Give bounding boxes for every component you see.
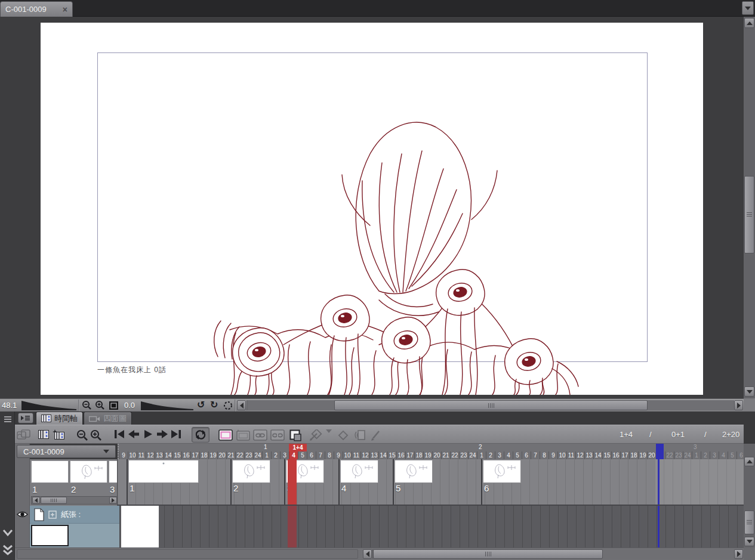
loop-playback-button[interactable] xyxy=(192,427,209,443)
grip-icon xyxy=(485,552,491,556)
eye-icon[interactable] xyxy=(17,511,28,518)
timeline-vscrollbar[interactable] xyxy=(744,444,755,547)
cel-track[interactable]: 123456 xyxy=(118,459,744,506)
vscroll-thumb[interactable] xyxy=(744,511,754,534)
playhead-column[interactable] xyxy=(288,506,297,547)
cel-bank-scrollbar[interactable] xyxy=(31,496,118,505)
panel-menu-icon[interactable] xyxy=(4,416,12,423)
ruler-frame-cell: 7 xyxy=(316,451,325,459)
ruler-frame-cell: 17 xyxy=(405,451,414,459)
cel-block[interactable]: 1 xyxy=(127,459,230,505)
tab-timeline[interactable]: 時間軸 xyxy=(36,412,83,425)
grip-icon xyxy=(51,499,57,502)
pencil-icon[interactable] xyxy=(369,429,381,441)
ruler-frame-cell: 1 xyxy=(477,451,486,459)
scroll-layers-down-icon[interactable] xyxy=(2,528,14,537)
key-diamond-icon[interactable] xyxy=(337,429,349,441)
cel-block[interactable]: 6 xyxy=(481,459,655,505)
timeline-layout-icon[interactable] xyxy=(38,429,50,440)
timeline-hscroll-thumb[interactable] xyxy=(373,549,603,559)
ruler-frame-cell: 10 xyxy=(128,451,137,459)
panel-options-button[interactable] xyxy=(18,413,33,423)
paper-layer-header[interactable]: 紙張 : xyxy=(30,506,119,524)
new-cel-special-icon[interactable] xyxy=(236,429,250,441)
zoom-out-icon[interactable] xyxy=(81,400,93,411)
cel-bank-thumbnail[interactable] xyxy=(70,460,107,483)
arrow-right-icon xyxy=(112,498,115,503)
cel-thumbnail[interactable] xyxy=(395,460,433,483)
play-icon[interactable] xyxy=(143,429,153,439)
scroll-left-button[interactable] xyxy=(237,400,246,410)
go-first-frame-icon[interactable] xyxy=(114,429,125,439)
ruler-frame-cell: 21 xyxy=(226,451,235,459)
playhead-column[interactable] xyxy=(288,459,297,505)
scroll-right-button[interactable] xyxy=(734,400,743,410)
cel-bank-thumbnail[interactable] xyxy=(109,460,118,483)
next-frame-icon[interactable] xyxy=(156,429,168,439)
go-last-frame-icon[interactable] xyxy=(171,429,181,439)
ruler-frame-cell: 22 xyxy=(450,451,459,459)
document-tab[interactable]: C-001-0009 × xyxy=(0,1,73,17)
scroll-right-button[interactable] xyxy=(734,549,743,559)
arrow-left-icon xyxy=(35,498,38,503)
cel-thumbnail[interactable] xyxy=(483,460,521,483)
zoom-in-icon[interactable] xyxy=(94,400,106,411)
onion-skin-icon[interactable] xyxy=(17,429,31,440)
select-tool-icon[interactable] xyxy=(309,429,324,441)
scroll-left-button[interactable] xyxy=(363,549,372,559)
end-of-cut-marker[interactable] xyxy=(656,444,664,459)
scroll-down-button[interactable] xyxy=(744,537,754,546)
expand-layer-icon[interactable] xyxy=(48,511,57,519)
rotate-right-icon[interactable]: ↻ xyxy=(210,399,218,410)
cel-block[interactable]: 4 xyxy=(338,459,393,505)
canvas-area: 一條魚在我床上 0話 xyxy=(0,17,744,398)
cel-thumbnail[interactable] xyxy=(232,460,270,483)
tab-overflow-button[interactable] xyxy=(742,1,754,15)
cel-bank-thumbnail[interactable] xyxy=(31,460,69,483)
scroll-left-button[interactable] xyxy=(32,497,40,504)
vscroll-thumb[interactable] xyxy=(744,176,754,253)
time-separator: / xyxy=(649,430,652,439)
paper-track[interactable] xyxy=(119,506,744,547)
zoom-slider[interactable] xyxy=(21,400,76,411)
scroll-right-button[interactable] xyxy=(109,497,117,504)
frame-ruler[interactable]: 1231+4 910111213141516171819202122232412… xyxy=(118,444,744,459)
new-cel-icon[interactable] xyxy=(218,429,233,441)
unlink-cel-icon[interactable] xyxy=(270,429,285,441)
ruler-frame-cell: 15 xyxy=(387,451,396,459)
rotation-slider[interactable] xyxy=(141,400,193,411)
canvas-page[interactable]: 一條魚在我床上 0話 xyxy=(41,23,703,395)
paper-thumbnail[interactable] xyxy=(31,525,69,546)
time-current: 1+4 xyxy=(620,430,633,439)
ruler-frame-cell: 14 xyxy=(378,451,387,459)
scroll-layers-bottom-icon[interactable] xyxy=(2,544,14,556)
fit-view-icon[interactable] xyxy=(109,401,119,410)
cel-block[interactable]: 2 xyxy=(230,459,284,505)
scroll-up-button[interactable] xyxy=(744,18,754,28)
select-tool-dropdown-icon[interactable] xyxy=(326,433,332,444)
flip-pages-icon[interactable] xyxy=(353,429,366,441)
timeline-zoom-in-icon[interactable] xyxy=(90,429,103,441)
canvas-hscroll-thumb[interactable] xyxy=(334,400,648,410)
canvas-vscrollbar[interactable] xyxy=(744,17,755,398)
scroll-down-button[interactable] xyxy=(744,386,754,397)
cut-selector-dropdown[interactable]: C-001-0009 xyxy=(17,445,116,458)
reset-rotation-icon[interactable] xyxy=(223,401,233,410)
tab-four-view[interactable]: 四面圖 xyxy=(84,412,132,425)
rotate-left-icon[interactable]: ↺ xyxy=(197,399,205,410)
scroll-up-button[interactable] xyxy=(744,457,754,466)
prev-frame-icon[interactable] xyxy=(128,429,140,439)
left-scroll-track[interactable] xyxy=(17,549,358,559)
close-icon[interactable]: × xyxy=(63,5,67,14)
light-table-icon[interactable] xyxy=(289,429,302,441)
link-cel-icon[interactable] xyxy=(253,429,267,441)
cel-block[interactable]: 5 xyxy=(393,459,481,505)
paper-cel-block[interactable] xyxy=(121,506,159,547)
timeline-zoom-out-icon[interactable] xyxy=(76,429,89,441)
scroll-thumb[interactable] xyxy=(41,497,67,504)
ruler-frame-cell: 15 xyxy=(172,451,181,459)
cel-thumbnail[interactable] xyxy=(128,460,199,483)
ruler-frame-cell: 23 xyxy=(674,451,683,459)
cel-thumbnail[interactable] xyxy=(340,460,378,483)
timeline-layout-new-icon[interactable] xyxy=(53,429,66,440)
